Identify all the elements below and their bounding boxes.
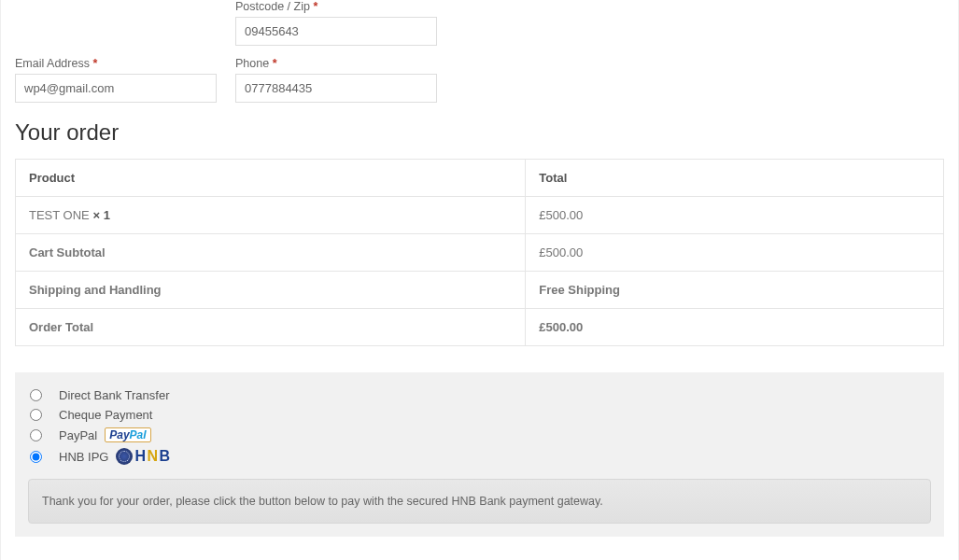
postcode-input[interactable] xyxy=(235,17,437,46)
table-row-shipping: Shipping and Handling Free Shipping xyxy=(15,272,944,309)
radio-bank[interactable] xyxy=(30,389,42,401)
phone-field[interactable] xyxy=(235,74,437,103)
payment-label-hnb: HNB IPG xyxy=(59,450,108,464)
hnb-seal-icon xyxy=(116,448,133,465)
order-total-value: £500.00 xyxy=(526,309,944,346)
col-total-header: Total xyxy=(526,159,944,197)
email-label: Email Address * xyxy=(15,57,217,70)
payment-option-hnb[interactable]: HNB IPG HNB xyxy=(30,445,929,468)
table-row-order-total: Order Total £500.00 xyxy=(15,309,944,346)
payment-option-cheque[interactable]: Cheque Payment xyxy=(30,405,929,425)
payment-label-bank: Direct Bank Transfer xyxy=(59,388,170,402)
radio-paypal[interactable] xyxy=(30,429,42,441)
phone-label: Phone * xyxy=(235,57,437,70)
required-mark: * xyxy=(92,57,97,70)
hnb-icon: HNB xyxy=(116,448,169,465)
item-total-cell: £500.00 xyxy=(526,197,944,234)
order-total-label: Order Total xyxy=(15,309,526,346)
item-name-cell: TEST ONE × 1 xyxy=(15,197,526,234)
order-summary-table: Product Total TEST ONE × 1 £500.00 Cart … xyxy=(15,159,944,346)
payment-methods-box: Direct Bank Transfer Cheque Payment PayP… xyxy=(15,372,944,537)
table-row-subtotal: Cart Subtotal £500.00 xyxy=(15,234,944,272)
required-mark: * xyxy=(313,0,317,13)
radio-hnb[interactable] xyxy=(30,451,42,463)
radio-cheque[interactable] xyxy=(30,409,42,421)
postcode-label: Postcode / Zip * xyxy=(235,0,437,13)
table-header-row: Product Total xyxy=(15,159,944,197)
subtotal-label: Cart Subtotal xyxy=(15,234,526,272)
col-product-header: Product xyxy=(15,159,526,197)
email-field[interactable] xyxy=(15,74,217,103)
your-order-heading: Your order xyxy=(15,119,944,146)
required-mark: * xyxy=(273,57,277,70)
payment-option-paypal[interactable]: PayPal PayPal xyxy=(30,425,929,445)
payment-option-bank[interactable]: Direct Bank Transfer xyxy=(30,385,929,405)
payment-label-paypal: PayPal xyxy=(59,428,97,442)
gateway-message: Thank you for your order, please click t… xyxy=(28,479,931,524)
table-row-item: TEST ONE × 1 £500.00 xyxy=(15,197,944,234)
shipping-label: Shipping and Handling xyxy=(15,272,526,309)
payment-label-cheque: Cheque Payment xyxy=(59,408,152,422)
paypal-icon: PayPal xyxy=(105,427,150,442)
shipping-value: Free Shipping xyxy=(526,272,944,309)
subtotal-value: £500.00 xyxy=(526,234,944,272)
